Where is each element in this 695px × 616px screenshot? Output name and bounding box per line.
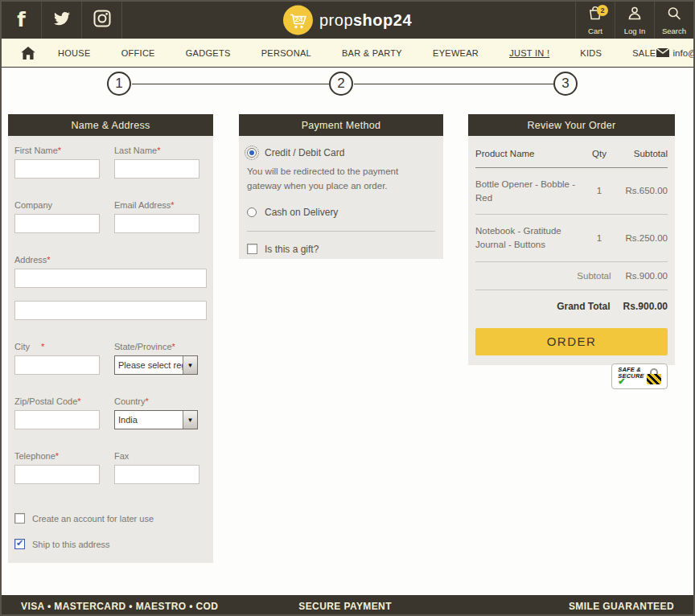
page-footer: VISA • MASTERCARD • MAESTRO • COD SECURE…: [2, 595, 693, 616]
country-label: Country*: [114, 396, 206, 406]
footer-secure-payment: SECURE PAYMENT: [298, 601, 392, 612]
address-line1-input[interactable]: [14, 269, 207, 288]
state-province-select[interactable]: Please select reg ▼: [114, 355, 198, 375]
facebook-icon: f: [17, 9, 25, 31]
search-button[interactable]: Search: [654, 2, 693, 39]
payment-gateway-note: You will be redirected to the payment ga…: [247, 165, 435, 194]
chevron-down-icon[interactable]: ▼: [183, 356, 197, 374]
col-product-name: Product Name: [475, 149, 584, 158]
city-input[interactable]: [14, 355, 100, 375]
company-label: Company: [14, 200, 114, 210]
checkout-content: 1 2 3 Name & Address First Name* Last Na…: [2, 68, 693, 595]
cash-on-delivery-radio[interactable]: [247, 207, 257, 217]
zip-postal-input[interactable]: [14, 410, 100, 429]
twitter-icon: [52, 10, 72, 30]
nav-item-just-in[interactable]: JUST IN !: [509, 48, 549, 58]
item-name: Notebook - Gratitude Journal - Buttons: [475, 224, 584, 251]
nav-item-bar-party[interactable]: BAR & PARTY: [342, 48, 402, 58]
top-header: f 24 propshop24: [2, 2, 693, 39]
address-line2-input[interactable]: [14, 301, 207, 320]
footer-smile-guaranteed: SMILE GUARANTEED: [392, 601, 674, 612]
create-account-label: Create an account for later use: [32, 514, 154, 524]
payment-method-panel: Payment Method Credit / Debit Card You w…: [239, 114, 443, 259]
nav-item-office[interactable]: OFFICE: [121, 48, 155, 58]
user-icon: [626, 5, 644, 25]
nav-item-kids[interactable]: KIDS: [580, 48, 602, 58]
email-address-input[interactable]: [114, 214, 199, 233]
review-order-panel: Review Your Order Product Name Qty Subto…: [468, 114, 675, 365]
step-connector-1: [132, 84, 329, 84]
item-qty: 1: [584, 232, 615, 245]
last-name-input[interactable]: [114, 159, 199, 179]
instagram-link[interactable]: [82, 2, 122, 39]
ship-to-address-checkbox[interactable]: [14, 539, 25, 549]
search-icon: [665, 5, 683, 25]
nav-item-sale[interactable]: SALE: [632, 48, 656, 58]
ship-to-address-label: Ship to this address: [32, 540, 110, 549]
order-button[interactable]: ORDER: [475, 328, 668, 355]
city-label: City*: [14, 342, 114, 351]
instagram-icon: [93, 9, 112, 31]
credit-debit-radio-row[interactable]: Credit / Debit Card: [247, 147, 435, 158]
green-check-icon: ✔: [618, 378, 644, 385]
facebook-link[interactable]: f: [2, 2, 42, 39]
search-label: Search: [662, 27, 686, 35]
cart-button[interactable]: 2 Cart: [575, 2, 615, 39]
payment-method-title: Payment Method: [239, 114, 443, 136]
credit-debit-label: Credit / Debit Card: [265, 147, 344, 158]
checkout-page: f 24 propshop24: [0, 0, 695, 616]
chevron-down-icon[interactable]: ▼: [183, 411, 197, 429]
nav-item-house[interactable]: HOUSE: [58, 48, 91, 58]
nav-item-personal[interactable]: PERSONAL: [261, 48, 311, 58]
col-qty: Qty: [584, 149, 615, 158]
nav-item-gadgets[interactable]: GADGETS: [186, 48, 231, 58]
item-qty: 1: [584, 184, 615, 198]
state-province-label: State/Province*: [114, 342, 206, 351]
twitter-link[interactable]: [42, 2, 82, 39]
grand-total-label: Grand Total: [557, 301, 610, 312]
cash-on-delivery-label: Cash on Delivery: [265, 207, 338, 218]
home-nav-button[interactable]: [21, 47, 35, 60]
gift-checkbox[interactable]: [247, 244, 257, 254]
ship-to-address-checkbox-row[interactable]: Ship to this address: [14, 539, 207, 549]
last-name-label: Last Name*: [114, 146, 206, 155]
nav-item-eyewear[interactable]: EYEWEAR: [433, 48, 479, 58]
cart-label: Cart: [588, 27, 602, 35]
country-select[interactable]: India ▼: [114, 410, 198, 429]
gift-label: Is this a gift?: [265, 244, 319, 255]
contact-email-link[interactable]: info@propshop24.in: [656, 48, 695, 58]
email-address-label: Email Address*: [114, 200, 206, 210]
login-button[interactable]: Log In: [615, 2, 654, 39]
site-logo[interactable]: 24 propshop24: [283, 6, 412, 35]
item-subtotal: Rs.650.00: [615, 184, 668, 198]
telephone-label: Telephone*: [14, 451, 114, 461]
col-subtotal: Subtotal: [615, 149, 668, 158]
first-name-input[interactable]: [14, 159, 100, 179]
home-icon: [21, 47, 35, 60]
fax-input[interactable]: [114, 465, 199, 484]
credit-debit-radio[interactable]: [247, 148, 257, 158]
company-input[interactable]: [14, 214, 100, 233]
footer-payment-methods: VISA • MASTERCARD • MAESTRO • COD: [21, 601, 298, 612]
review-order-title: Review Your Order: [468, 114, 675, 136]
header-actions: 2 Cart Log In Search: [575, 2, 693, 39]
first-name-label: First Name*: [14, 146, 114, 155]
create-account-checkbox-row[interactable]: Create an account for later use: [14, 513, 207, 524]
gift-checkbox-row[interactable]: Is this a gift?: [247, 244, 435, 255]
step-2-indicator: 2: [329, 72, 353, 96]
step-connector-2: [354, 84, 553, 84]
subtotal-label: Subtotal: [577, 271, 611, 281]
padlock-icon: [647, 368, 661, 384]
telephone-input[interactable]: [14, 465, 100, 484]
create-account-checkbox[interactable]: [14, 513, 25, 524]
name-address-title: Name & Address: [8, 114, 213, 136]
envelope-icon: [656, 48, 669, 57]
safe-secure-badge: SAFE & SECURE ✔: [611, 363, 668, 389]
state-province-value: Please select reg: [115, 356, 183, 374]
name-address-panel: Name & Address First Name* Last Name* Co…: [8, 114, 213, 563]
item-name: Bottle Opener - Bobble - Red: [475, 178, 584, 204]
grand-total-row: Grand Total Rs.900.00: [475, 290, 668, 322]
logo-text: propshop24: [319, 11, 412, 30]
main-nav: HOUSE OFFICE GADGETS PERSONAL BAR & PART…: [2, 39, 693, 68]
cash-on-delivery-radio-row[interactable]: Cash on Delivery: [247, 207, 435, 218]
